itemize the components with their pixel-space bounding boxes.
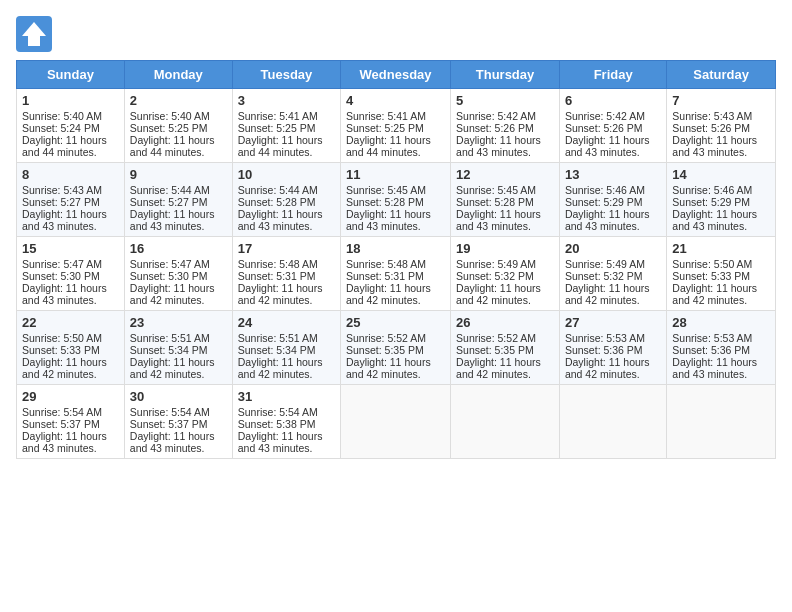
calendar-day-cell: 23 Sunrise: 5:51 AMSunset: 5:34 PMDaylig…	[124, 311, 232, 385]
calendar-day-cell	[451, 385, 560, 459]
svg-rect-2	[28, 36, 40, 46]
sunrise-text: Sunrise: 5:48 AMSunset: 5:31 PMDaylight:…	[346, 258, 431, 306]
calendar-week-row: 22 Sunrise: 5:50 AMSunset: 5:33 PMDaylig…	[17, 311, 776, 385]
calendar-day-cell: 20 Sunrise: 5:49 AMSunset: 5:32 PMDaylig…	[559, 237, 666, 311]
day-number: 2	[130, 93, 227, 108]
calendar-day-cell: 8 Sunrise: 5:43 AMSunset: 5:27 PMDayligh…	[17, 163, 125, 237]
calendar-day-cell: 30 Sunrise: 5:54 AMSunset: 5:37 PMDaylig…	[124, 385, 232, 459]
sunrise-text: Sunrise: 5:50 AMSunset: 5:33 PMDaylight:…	[672, 258, 757, 306]
sunrise-text: Sunrise: 5:48 AMSunset: 5:31 PMDaylight:…	[238, 258, 323, 306]
calendar-day-cell: 28 Sunrise: 5:53 AMSunset: 5:36 PMDaylig…	[667, 311, 776, 385]
day-number: 14	[672, 167, 770, 182]
sunrise-text: Sunrise: 5:43 AMSunset: 5:27 PMDaylight:…	[22, 184, 107, 232]
day-number: 6	[565, 93, 661, 108]
weekday-header: Monday	[124, 61, 232, 89]
calendar-day-cell	[667, 385, 776, 459]
calendar-day-cell: 29 Sunrise: 5:54 AMSunset: 5:37 PMDaylig…	[17, 385, 125, 459]
sunrise-text: Sunrise: 5:54 AMSunset: 5:38 PMDaylight:…	[238, 406, 323, 454]
day-number: 31	[238, 389, 335, 404]
sunrise-text: Sunrise: 5:51 AMSunset: 5:34 PMDaylight:…	[238, 332, 323, 380]
sunrise-text: Sunrise: 5:46 AMSunset: 5:29 PMDaylight:…	[672, 184, 757, 232]
day-number: 10	[238, 167, 335, 182]
day-number: 20	[565, 241, 661, 256]
calendar-day-cell: 6 Sunrise: 5:42 AMSunset: 5:26 PMDayligh…	[559, 89, 666, 163]
sunrise-text: Sunrise: 5:47 AMSunset: 5:30 PMDaylight:…	[22, 258, 107, 306]
sunrise-text: Sunrise: 5:53 AMSunset: 5:36 PMDaylight:…	[565, 332, 650, 380]
calendar-day-cell: 3 Sunrise: 5:41 AMSunset: 5:25 PMDayligh…	[232, 89, 340, 163]
day-number: 21	[672, 241, 770, 256]
weekday-header: Sunday	[17, 61, 125, 89]
day-number: 25	[346, 315, 445, 330]
day-number: 30	[130, 389, 227, 404]
sunrise-text: Sunrise: 5:42 AMSunset: 5:26 PMDaylight:…	[456, 110, 541, 158]
calendar-day-cell: 21 Sunrise: 5:50 AMSunset: 5:33 PMDaylig…	[667, 237, 776, 311]
calendar-day-cell	[341, 385, 451, 459]
day-number: 9	[130, 167, 227, 182]
sunrise-text: Sunrise: 5:41 AMSunset: 5:25 PMDaylight:…	[346, 110, 431, 158]
calendar-day-cell: 14 Sunrise: 5:46 AMSunset: 5:29 PMDaylig…	[667, 163, 776, 237]
calendar-day-cell: 5 Sunrise: 5:42 AMSunset: 5:26 PMDayligh…	[451, 89, 560, 163]
sunrise-text: Sunrise: 5:40 AMSunset: 5:24 PMDaylight:…	[22, 110, 107, 158]
sunrise-text: Sunrise: 5:54 AMSunset: 5:37 PMDaylight:…	[130, 406, 215, 454]
day-number: 24	[238, 315, 335, 330]
weekday-header: Tuesday	[232, 61, 340, 89]
logo-icon	[16, 16, 52, 52]
sunrise-text: Sunrise: 5:49 AMSunset: 5:32 PMDaylight:…	[565, 258, 650, 306]
day-number: 29	[22, 389, 119, 404]
day-number: 28	[672, 315, 770, 330]
day-number: 22	[22, 315, 119, 330]
calendar-day-cell: 16 Sunrise: 5:47 AMSunset: 5:30 PMDaylig…	[124, 237, 232, 311]
weekday-header: Wednesday	[341, 61, 451, 89]
calendar-day-cell: 22 Sunrise: 5:50 AMSunset: 5:33 PMDaylig…	[17, 311, 125, 385]
calendar-day-cell: 2 Sunrise: 5:40 AMSunset: 5:25 PMDayligh…	[124, 89, 232, 163]
calendar-day-cell	[559, 385, 666, 459]
day-number: 19	[456, 241, 554, 256]
day-number: 26	[456, 315, 554, 330]
calendar-day-cell: 24 Sunrise: 5:51 AMSunset: 5:34 PMDaylig…	[232, 311, 340, 385]
sunrise-text: Sunrise: 5:43 AMSunset: 5:26 PMDaylight:…	[672, 110, 757, 158]
calendar-day-cell: 9 Sunrise: 5:44 AMSunset: 5:27 PMDayligh…	[124, 163, 232, 237]
sunrise-text: Sunrise: 5:47 AMSunset: 5:30 PMDaylight:…	[130, 258, 215, 306]
calendar-header-row: SundayMondayTuesdayWednesdayThursdayFrid…	[17, 61, 776, 89]
calendar-day-cell: 27 Sunrise: 5:53 AMSunset: 5:36 PMDaylig…	[559, 311, 666, 385]
calendar-day-cell: 7 Sunrise: 5:43 AMSunset: 5:26 PMDayligh…	[667, 89, 776, 163]
sunrise-text: Sunrise: 5:46 AMSunset: 5:29 PMDaylight:…	[565, 184, 650, 232]
weekday-header: Saturday	[667, 61, 776, 89]
weekday-header: Friday	[559, 61, 666, 89]
calendar-day-cell: 13 Sunrise: 5:46 AMSunset: 5:29 PMDaylig…	[559, 163, 666, 237]
calendar-week-row: 15 Sunrise: 5:47 AMSunset: 5:30 PMDaylig…	[17, 237, 776, 311]
calendar-day-cell: 15 Sunrise: 5:47 AMSunset: 5:30 PMDaylig…	[17, 237, 125, 311]
page-header	[16, 16, 776, 52]
sunrise-text: Sunrise: 5:44 AMSunset: 5:28 PMDaylight:…	[238, 184, 323, 232]
calendar-day-cell: 1 Sunrise: 5:40 AMSunset: 5:24 PMDayligh…	[17, 89, 125, 163]
day-number: 11	[346, 167, 445, 182]
calendar-day-cell: 25 Sunrise: 5:52 AMSunset: 5:35 PMDaylig…	[341, 311, 451, 385]
day-number: 27	[565, 315, 661, 330]
day-number: 17	[238, 241, 335, 256]
sunrise-text: Sunrise: 5:49 AMSunset: 5:32 PMDaylight:…	[456, 258, 541, 306]
sunrise-text: Sunrise: 5:52 AMSunset: 5:35 PMDaylight:…	[456, 332, 541, 380]
sunrise-text: Sunrise: 5:45 AMSunset: 5:28 PMDaylight:…	[456, 184, 541, 232]
calendar-day-cell: 11 Sunrise: 5:45 AMSunset: 5:28 PMDaylig…	[341, 163, 451, 237]
calendar-week-row: 8 Sunrise: 5:43 AMSunset: 5:27 PMDayligh…	[17, 163, 776, 237]
day-number: 3	[238, 93, 335, 108]
calendar-day-cell: 10 Sunrise: 5:44 AMSunset: 5:28 PMDaylig…	[232, 163, 340, 237]
day-number: 23	[130, 315, 227, 330]
day-number: 15	[22, 241, 119, 256]
calendar-day-cell: 12 Sunrise: 5:45 AMSunset: 5:28 PMDaylig…	[451, 163, 560, 237]
logo	[16, 16, 58, 52]
sunrise-text: Sunrise: 5:41 AMSunset: 5:25 PMDaylight:…	[238, 110, 323, 158]
sunrise-text: Sunrise: 5:42 AMSunset: 5:26 PMDaylight:…	[565, 110, 650, 158]
day-number: 4	[346, 93, 445, 108]
day-number: 5	[456, 93, 554, 108]
calendar-day-cell: 26 Sunrise: 5:52 AMSunset: 5:35 PMDaylig…	[451, 311, 560, 385]
day-number: 1	[22, 93, 119, 108]
day-number: 16	[130, 241, 227, 256]
sunrise-text: Sunrise: 5:44 AMSunset: 5:27 PMDaylight:…	[130, 184, 215, 232]
day-number: 18	[346, 241, 445, 256]
calendar-week-row: 1 Sunrise: 5:40 AMSunset: 5:24 PMDayligh…	[17, 89, 776, 163]
day-number: 12	[456, 167, 554, 182]
calendar-day-cell: 4 Sunrise: 5:41 AMSunset: 5:25 PMDayligh…	[341, 89, 451, 163]
calendar-day-cell: 17 Sunrise: 5:48 AMSunset: 5:31 PMDaylig…	[232, 237, 340, 311]
day-number: 8	[22, 167, 119, 182]
